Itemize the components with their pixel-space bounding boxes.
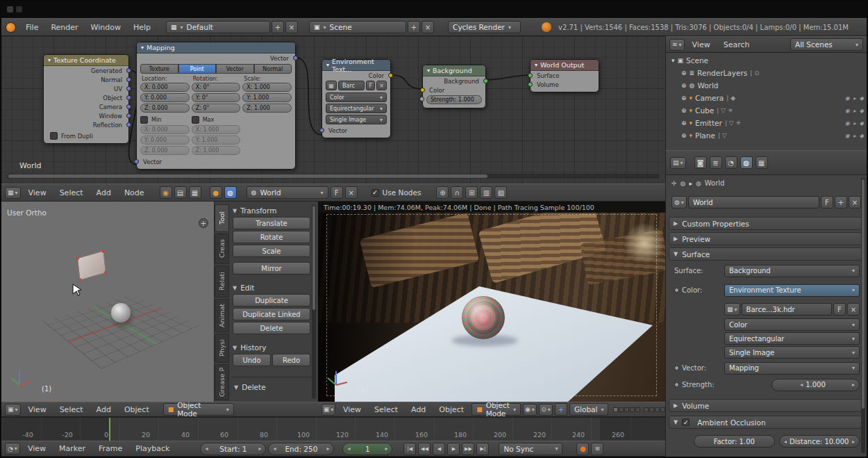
shader-world-icon[interactable]: ◍: [224, 186, 237, 199]
projection-dropdown[interactable]: Equirectangular▾: [326, 104, 387, 113]
fake-user-button[interactable]: F: [366, 81, 375, 90]
tree-type-texture-icon[interactable]: ▦: [189, 186, 201, 199]
translate-button[interactable]: Translate: [233, 217, 310, 229]
snap-mode-icon[interactable]: ⊞: [465, 186, 478, 199]
node-header[interactable]: ▾ Texture Coordinate: [44, 55, 128, 66]
color-space-dropdown[interactable]: Color▾: [724, 318, 860, 331]
unlink-world-button[interactable]: ×: [849, 196, 861, 208]
socket-color-out[interactable]: [388, 73, 393, 78]
unlink-image-button[interactable]: ×: [376, 81, 387, 90]
mapping-type-vector[interactable]: Vector: [216, 64, 254, 74]
select-toggle-icon[interactable]: ▸: [853, 133, 856, 139]
source-dropdown[interactable]: Single Image▾: [724, 346, 860, 359]
expander-icon[interactable]: ⊕: [681, 132, 687, 139]
duplicate-linked-button[interactable]: Duplicate Linked: [233, 308, 310, 320]
image-name-field[interactable]: Barce...3k.hdr: [742, 303, 832, 316]
mirror-button[interactable]: Mirror: [233, 262, 310, 275]
step-right-icon[interactable]: ▸: [385, 445, 387, 452]
outliner-row-cube[interactable]: ⊕ ▾ Cube | ▽ ✳ ◉▸◆: [681, 104, 864, 117]
ao-factor-field[interactable]: Factor: 1.00: [694, 435, 775, 448]
step-right-icon[interactable]: ▸: [326, 445, 329, 452]
step-left-icon[interactable]: ◂: [784, 439, 787, 445]
node-world-output[interactable]: ▾ World Output Surface Volume: [530, 59, 599, 92]
step-right-icon[interactable]: ▸: [258, 445, 261, 452]
editor-type-button[interactable]: ▣▾: [322, 404, 335, 416]
collapse-triangle-icon[interactable]: ▾: [141, 44, 144, 51]
max-checkbox[interactable]: Max: [192, 116, 241, 124]
node-mapping[interactable]: ▾ Mapping Vector Texture Point Vector No…: [136, 42, 296, 170]
fake-user-button[interactable]: F: [821, 196, 833, 208]
sphere-object[interactable]: [111, 303, 131, 322]
menu-select[interactable]: Select: [54, 187, 89, 199]
menu-node[interactable]: Node: [119, 187, 150, 199]
properties-panel[interactable]: ✛ ◍ ▸ ◍ World ◍▾ World F + × ▶Custom Pro…: [665, 175, 867, 457]
viewport-rendered[interactable]: Time:00:19.30 | Mem:74.06M, Peak:74.06M …: [318, 202, 665, 402]
panel-header-transform[interactable]: ▼Transform: [233, 204, 310, 217]
scale-z-field[interactable]: Z: 1.000: [242, 104, 292, 113]
toolshelf-tab-tools[interactable]: Tool: [215, 204, 229, 232]
surface-dropdown[interactable]: Background▾: [724, 265, 860, 277]
editor-type-button[interactable]: ▦▾: [5, 187, 21, 199]
record-button[interactable]: ●: [576, 443, 589, 455]
socket-strength-in[interactable]: [419, 97, 424, 101]
menu-render[interactable]: Render: [45, 22, 83, 33]
outliner-row-world[interactable]: ⊕ ◍ World: [681, 79, 864, 92]
menu-add[interactable]: Add: [91, 187, 117, 199]
socket-normal[interactable]: [126, 77, 131, 82]
outliner-row-emitter[interactable]: ⊕ ▾ Emitter | ▽ ✳ ◉▸◆: [681, 117, 864, 129]
step-right-icon[interactable]: ▸: [852, 382, 855, 388]
render-engine-dropdown[interactable]: Cycles Render ▾: [448, 21, 521, 33]
close-layout-button[interactable]: ×: [285, 21, 298, 33]
menu-select[interactable]: Select: [54, 404, 89, 416]
screen-layout-dropdown[interactable]: ▦ ▾ Default: [166, 21, 270, 33]
color-source-dropdown[interactable]: Environment Texture▾: [724, 284, 860, 297]
node-header[interactable]: ▾ Background: [423, 65, 485, 76]
menu-file[interactable]: File: [20, 22, 44, 33]
use-nodes-checkbox[interactable]: ✓Use Nodes: [372, 188, 422, 197]
expand-arrow-icon[interactable]: ▾: [671, 57, 675, 64]
start-frame-field[interactable]: ◂ Start: 1 ▸: [200, 443, 266, 455]
jump-to-end-button[interactable]: ▶|: [476, 443, 489, 455]
node-header[interactable]: ▾ Environment Text...: [322, 60, 390, 71]
viewport-shading-dropdown[interactable]: ◉▾: [523, 404, 537, 416]
add-scene-button[interactable]: +: [408, 21, 420, 33]
socket-volume-in[interactable]: [528, 82, 533, 87]
new-world-button[interactable]: +: [835, 196, 847, 208]
outliner-row-scene[interactable]: ▾ ▣ Scene: [671, 54, 864, 67]
ao-distance-field[interactable]: ◂ Distance: 10.000 ▸: [779, 435, 860, 448]
menu-playback[interactable]: Playback: [130, 443, 175, 455]
rotate-button[interactable]: Rotate: [233, 231, 310, 243]
step-left-icon[interactable]: ◂: [273, 445, 276, 452]
strength-field[interactable]: ◂ 1.000 ▸: [771, 379, 860, 391]
outliner-row-camera[interactable]: ⊕ ▾ Camera | ◆ ◉▸◆: [681, 92, 864, 104]
menu-view[interactable]: View: [22, 443, 51, 455]
prev-keyframe-button[interactable]: ◀◀: [418, 443, 431, 455]
mapping-type-texture[interactable]: Texture: [140, 64, 178, 74]
delete-button[interactable]: Delete: [233, 322, 310, 334]
menu-marker[interactable]: Marker: [53, 443, 91, 455]
step-left-icon[interactable]: ◂: [800, 382, 803, 388]
fake-user-button[interactable]: F: [833, 303, 846, 316]
end-frame-field[interactable]: ◂ End: 250 ▸: [268, 443, 334, 455]
collapse-triangle-icon[interactable]: ▾: [48, 57, 51, 63]
rotation-z-field[interactable]: Z: 0°: [192, 104, 241, 113]
step-left-icon[interactable]: ◂: [205, 445, 208, 452]
socket-generated[interactable]: [126, 68, 131, 73]
play-button[interactable]: ▶: [447, 443, 460, 455]
collapse-triangle-icon[interactable]: ▾: [326, 62, 329, 68]
menu-object[interactable]: Object: [433, 404, 469, 416]
socket-surface-in[interactable]: [528, 73, 533, 78]
menu-add[interactable]: Add: [91, 404, 117, 416]
socket-uv[interactable]: [126, 86, 131, 91]
menu-help[interactable]: Help: [128, 22, 156, 33]
expander-icon[interactable]: ⊕: [681, 95, 687, 101]
eye-toggle-icon[interactable]: ◉: [845, 95, 850, 101]
menu-view[interactable]: View: [23, 404, 52, 416]
menu-select[interactable]: Select: [369, 404, 403, 416]
close-scene-button[interactable]: ×: [422, 21, 434, 33]
fake-user-button[interactable]: F: [331, 186, 343, 199]
mapping-type-normal[interactable]: Normal: [254, 64, 292, 74]
source-dropdown[interactable]: Single Image▾: [326, 115, 387, 124]
collapse-triangle-icon[interactable]: ▾: [427, 67, 430, 74]
collapse-triangle-icon[interactable]: ▾: [535, 62, 537, 68]
